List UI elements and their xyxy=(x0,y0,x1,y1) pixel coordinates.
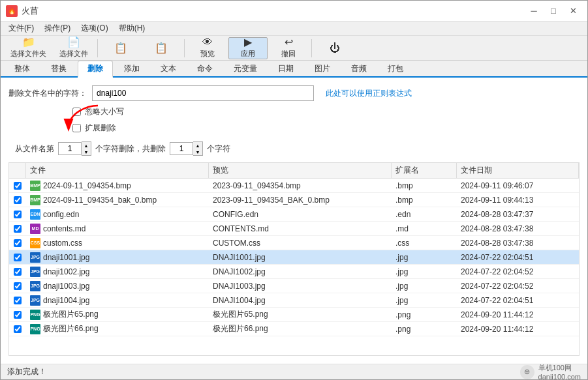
minimize-button[interactable]: ─ xyxy=(525,3,543,19)
paste-button[interactable]: 📋 xyxy=(142,37,181,59)
char-label: 删除文件名中的字符： xyxy=(8,88,87,99)
tab-text[interactable]: 文本 xyxy=(151,61,186,76)
table-row[interactable]: BMP 2024-09-11_094354.bmp 2023-09-11_094… xyxy=(9,179,579,193)
select-file-button[interactable]: 📄 选择文件 xyxy=(54,37,94,59)
table-row[interactable]: JPG dnaji1003.jpg DNAJI1003.jpg .jpg 202… xyxy=(9,279,579,293)
table-row[interactable]: PNG 极光图片65.png 极光图片65.png .png 2024-09-2… xyxy=(9,308,579,322)
power-button[interactable]: ⏻ xyxy=(315,37,354,59)
row-checkbox[interactable] xyxy=(14,325,22,333)
tab-audio[interactable]: 音频 xyxy=(341,61,377,76)
range-prefix: 从文件名第 xyxy=(15,143,54,154)
file-type-icon: JPG xyxy=(30,252,40,263)
app-icon: 🔥 xyxy=(6,5,18,17)
table-row[interactable]: JPG dnaji1002.jpg DNAJI1002.jpg .jpg 202… xyxy=(9,265,579,279)
spinner-1-up[interactable]: ▲ xyxy=(82,142,91,149)
row-preview: 极光图片66.png xyxy=(209,322,392,336)
row-file: JPG dnaji1004.jpg xyxy=(26,293,209,307)
tab-date[interactable]: 日期 xyxy=(268,61,303,76)
row-checkbox[interactable] xyxy=(14,182,22,190)
tab-delete[interactable]: 删除 xyxy=(78,61,113,78)
row-checkbox[interactable] xyxy=(14,311,22,319)
table-body: BMP 2024-09-11_094354.bmp 2023-09-11_094… xyxy=(9,179,579,355)
row-date: 2024-07-22 02:04:51 xyxy=(457,250,579,264)
row-file: PNG 极光图片65.png xyxy=(26,308,209,321)
menu-options[interactable]: 选项(O) xyxy=(76,22,113,35)
file-icon: 📄 xyxy=(67,37,80,48)
row-checkbox[interactable] xyxy=(14,211,22,218)
table-row[interactable]: MD contents.md CONTENTS.md .md 2024-08-2… xyxy=(9,222,579,236)
row-checkbox[interactable] xyxy=(14,254,22,261)
row-checkbox[interactable] xyxy=(14,225,22,233)
range-start-input[interactable] xyxy=(58,142,82,155)
table-row[interactable]: JPG dnaji1004.jpg DNAJI1004.jpg .jpg 202… xyxy=(9,293,579,308)
paste-icon: 📋 xyxy=(155,43,168,53)
file-type-icon: CSS xyxy=(30,238,40,248)
tab-bar: 整体 替换 删除 添加 文本 命令 元变量 日期 图片 音频 打包 xyxy=(1,61,587,78)
table-row[interactable]: BMP 2024-09-11_094354_bak_0.bmp 2023-09-… xyxy=(9,193,579,207)
copy-icon: 📋 xyxy=(114,43,127,53)
range-row: 从文件名第 ▲ ▼ 个字符删除，共删除 ▲ ▼ 个字符 xyxy=(15,141,580,156)
power-icon: ⏻ xyxy=(330,43,340,53)
tab-add[interactable]: 添加 xyxy=(114,61,149,76)
row-checkbox-cell xyxy=(9,236,26,250)
row-file: PNG 极光图片66.png xyxy=(26,322,209,336)
row-ext: .bmp xyxy=(392,193,457,207)
undo-label: 撤回 xyxy=(281,49,296,59)
spinner-2-btns: ▲ ▼ xyxy=(193,141,203,156)
row-ext: .png xyxy=(392,308,457,321)
apply-button[interactable]: ▶ 应用 xyxy=(228,37,268,59)
table-row[interactable]: CSS custom.css CUSTOM.css .css 2024-08-2… xyxy=(9,236,579,250)
row-preview: DNAJI1002.jpg xyxy=(209,265,392,278)
spinner-1-down[interactable]: ▼ xyxy=(82,149,91,155)
regex-link[interactable]: 此处可以使用正则表达式 xyxy=(326,88,412,99)
row-checkbox[interactable] xyxy=(14,196,22,204)
row-file: EDN config.edn xyxy=(26,207,209,221)
menu-operation[interactable]: 操作(P) xyxy=(39,22,76,35)
extend-delete-label: 扩展删除 xyxy=(85,123,116,134)
close-button[interactable]: ✕ xyxy=(564,3,582,19)
row-checkbox[interactable] xyxy=(14,282,22,290)
range-count-input[interactable] xyxy=(170,142,193,155)
row-date: 2024-07-22 02:04:52 xyxy=(457,265,579,278)
tab-command[interactable]: 命令 xyxy=(187,61,223,76)
maximize-button[interactable]: □ xyxy=(544,3,563,19)
table-row[interactable]: EDN config.edn CONFIG.edn .edn 2024-08-2… xyxy=(9,207,579,222)
spinner-2-down[interactable]: ▼ xyxy=(193,149,202,155)
row-checkbox-cell xyxy=(9,293,26,307)
table-row[interactable]: JPG dnaji1001.jpg DNAJI1001.jpg .jpg 202… xyxy=(9,250,579,265)
copy-button[interactable]: 📋 xyxy=(101,37,140,59)
tab-overall[interactable]: 整体 xyxy=(5,61,40,76)
range-count-spinner: ▲ ▼ xyxy=(170,141,203,156)
char-input-row: 删除文件名中的字符： 此处可以使用正则表达式 xyxy=(8,85,580,101)
row-checkbox-cell xyxy=(9,222,26,235)
row-ext: .jpg xyxy=(392,293,457,307)
menu-help[interactable]: 帮助(H) xyxy=(114,22,151,35)
col-file: 文件 xyxy=(26,163,209,178)
case-ignore-row: 忽略大小写 xyxy=(72,106,580,117)
menu-file[interactable]: 文件(F) xyxy=(3,22,39,35)
main-window: 🔥 火苜 ─ □ ✕ 文件(F) 操作(P) 选项(O) 帮助(H) 📁 选择文… xyxy=(0,0,588,380)
tab-package[interactable]: 打包 xyxy=(378,61,413,76)
row-checkbox[interactable] xyxy=(14,297,22,304)
row-date: 2024-07-22 02:04:52 xyxy=(457,279,579,293)
preview-button[interactable]: 👁 预览 xyxy=(188,37,227,59)
file-type-icon: JPG xyxy=(30,281,40,291)
undo-button[interactable]: ↩ 撤回 xyxy=(269,37,308,59)
menu-bar: 文件(F) 操作(P) 选项(O) 帮助(H) xyxy=(1,22,587,36)
app-title: 火苜 xyxy=(22,5,39,17)
spinner-2-up[interactable]: ▲ xyxy=(193,142,202,149)
table-row[interactable]: PNG 极光图片66.png 极光图片66.png .png 2024-09-2… xyxy=(9,322,579,336)
row-checkbox[interactable] xyxy=(14,268,22,276)
char-input[interactable] xyxy=(92,85,314,101)
select-folder-button[interactable]: 📁 选择文件夹 xyxy=(5,37,52,59)
row-checkbox-cell xyxy=(9,207,26,221)
row-checkbox-cell xyxy=(9,193,26,207)
apply-label: 应用 xyxy=(241,49,255,59)
tab-image[interactable]: 图片 xyxy=(305,61,340,76)
row-file: BMP 2024-09-11_094354_bak_0.bmp xyxy=(26,193,209,207)
row-checkbox[interactable] xyxy=(14,239,22,247)
tab-replace[interactable]: 替换 xyxy=(41,61,76,76)
ignore-case-checkbox[interactable] xyxy=(72,108,81,116)
extend-delete-checkbox[interactable] xyxy=(72,124,81,132)
tab-variable[interactable]: 元变量 xyxy=(224,61,267,76)
